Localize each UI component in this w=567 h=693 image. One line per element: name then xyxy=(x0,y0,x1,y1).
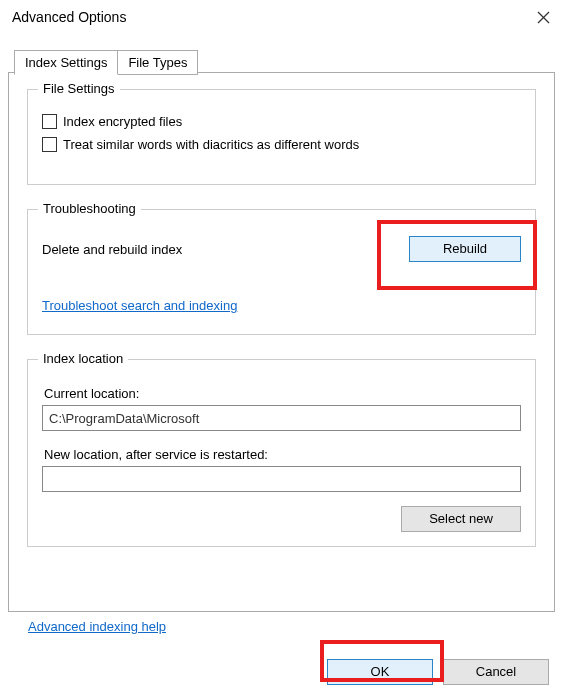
checkbox-label-encrypted: Index encrypted files xyxy=(63,114,182,129)
checkbox-icon xyxy=(42,137,57,152)
label-delete-rebuild: Delete and rebuild index xyxy=(42,242,182,257)
group-legend-index-location: Index location xyxy=(38,351,128,366)
checkbox-icon xyxy=(42,114,57,129)
group-index-location: Index location Current location: New loc… xyxy=(27,359,536,547)
label-new-location: New location, after service is restarted… xyxy=(44,447,521,462)
advanced-options-dialog: Advanced Options Index Settings File Typ… xyxy=(0,0,567,693)
checkbox-row-diacritics[interactable]: Treat similar words with diacritics as d… xyxy=(42,137,521,152)
cancel-button[interactable]: Cancel xyxy=(443,659,549,685)
input-new-location[interactable] xyxy=(42,466,521,492)
close-icon xyxy=(537,11,550,24)
checkbox-label-diacritics: Treat similar words with diacritics as d… xyxy=(63,137,359,152)
annotation-rebuild-highlight xyxy=(377,220,537,290)
input-current-location[interactable] xyxy=(42,405,521,431)
annotation-ok-highlight xyxy=(320,640,444,682)
tab-file-types[interactable]: File Types xyxy=(117,50,198,75)
group-file-settings: File Settings Index encrypted files Trea… xyxy=(27,89,536,185)
troubleshoot-link[interactable]: Troubleshoot search and indexing xyxy=(42,298,237,313)
advanced-help-link[interactable]: Advanced indexing help xyxy=(28,619,166,634)
select-new-button[interactable]: Select new xyxy=(401,506,521,532)
tab-strip: Index Settings File Types xyxy=(14,50,197,75)
group-legend-troubleshooting: Troubleshooting xyxy=(38,201,141,216)
tab-panel-index-settings: File Settings Index encrypted files Trea… xyxy=(8,72,555,612)
window-title: Advanced Options xyxy=(12,9,126,25)
tab-index-settings[interactable]: Index Settings xyxy=(14,50,118,75)
checkbox-row-encrypted[interactable]: Index encrypted files xyxy=(42,114,521,129)
label-current-location: Current location: xyxy=(44,386,521,401)
group-legend-file-settings: File Settings xyxy=(38,81,120,96)
close-button[interactable] xyxy=(523,3,563,31)
title-bar: Advanced Options xyxy=(0,0,567,34)
